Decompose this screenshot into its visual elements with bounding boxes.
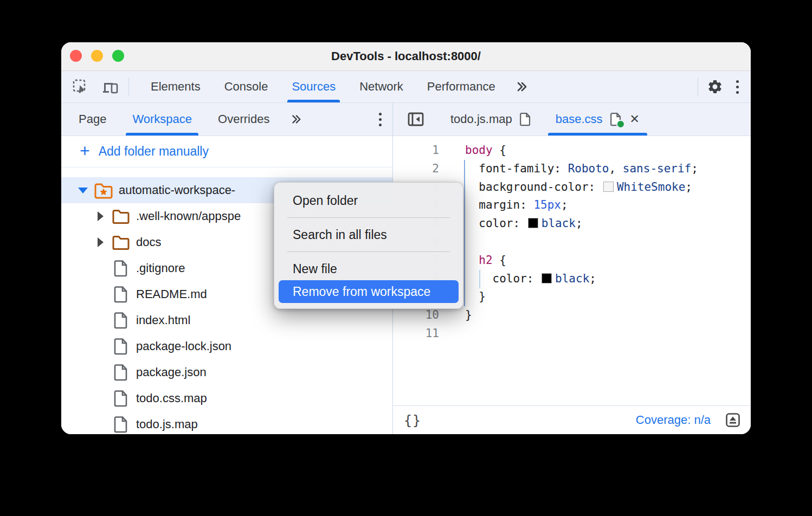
editor-tab-label: base.css [556,112,603,126]
editor-tab-label: todo.js.map [450,112,512,126]
code-token: ; [691,162,698,175]
code-token: sans-serif [623,162,691,175]
devtools-tab-console[interactable]: Console [212,71,280,102]
main-toolbar: ElementsConsoleSourcesNetworkPerformance [61,71,751,103]
context-menu: Open folderSearch in all filesNew fileRe… [274,182,463,309]
tree-item-label: index.html [136,313,190,327]
menu-item-search-in-all-files[interactable]: Search in all files [279,223,459,246]
close-tab-icon[interactable]: ✕ [630,112,640,126]
code-token: background-color: [465,180,602,194]
code-token: h2 [479,254,492,267]
code-token: 15px [533,198,561,211]
tree-item-label: todo.js.map [136,417,198,431]
toolbar-divider-right [698,78,698,96]
code-token: ; [685,180,692,194]
code-line: color: black; [465,270,751,288]
color-swatch-black [542,273,552,283]
indent-guide [479,270,480,288]
close-window-button[interactable] [70,50,82,62]
code-token: WhiteSmoke [617,180,685,194]
devtools-tab-network[interactable]: Network [347,71,415,102]
file-icon [109,285,133,304]
tree-item-label: docs [136,235,161,249]
expand-caret-right-icon[interactable] [92,237,109,247]
code-token: font-family: [465,162,568,175]
tree-item-label: todo.css.map [136,391,207,405]
code-token: ; [561,198,568,211]
desktop-background: DevTools - localhost:8000/ ElementsConso… [0,0,812,516]
code-token [465,254,479,267]
code-line: font-family: Roboto, sans-serif; [465,160,751,178]
minimize-window-button[interactable] [91,50,103,62]
tree-item-label: package.json [136,365,207,379]
coverage-link[interactable]: Coverage: n/a [636,413,711,427]
more-panels-chevron-icon[interactable] [507,71,536,102]
code-line: body { [465,141,751,160]
code-token: color: [465,272,540,285]
line-number: 11 [393,325,439,343]
tree-file-package-json[interactable]: package.json [61,359,392,385]
code-line [465,233,751,251]
code-line: background-color: WhiteSmoke; [465,178,751,197]
file-icon [109,259,133,278]
devtools-tab-performance[interactable]: Performance [415,71,507,102]
editor-tab-base-css[interactable]: base.css✕ [544,103,652,136]
tree-file-index-html[interactable]: index.html [61,307,392,333]
expand-caret-down-icon[interactable] [74,188,92,194]
pretty-print-icon[interactable]: {} [404,412,421,428]
code-token: black [542,217,576,230]
tree-file-todo-css-map[interactable]: todo.css.map [61,385,392,411]
tree-item-label: .well-known/appspe [136,209,241,223]
color-swatch-whitesmoke [603,182,614,192]
menu-item-remove-from-workspace[interactable]: Remove from workspace [279,280,459,303]
line-number: 1 [393,141,439,160]
file-icon [109,415,133,434]
tree-item-label: package-lock.json [136,339,231,353]
editor-tabbar: todo.js.mapbase.css✕ [393,103,751,136]
navigator-menu-kebab-icon[interactable] [372,103,388,136]
more-navigator-tabs-chevron-icon[interactable] [282,103,310,136]
code-token: { [493,144,506,157]
code-line: margin: 15px; [465,196,751,215]
filesystem-sync-dot [616,120,625,128]
devtools-panel-tabs: ElementsConsoleSourcesNetworkPerformance [139,71,507,102]
line-number: 2 [393,160,439,178]
navigator-tab-page[interactable]: Page [66,103,119,136]
menu-item-open-folder[interactable]: Open folder [279,189,459,212]
menu-separator [287,217,450,218]
tree-file-todo-js-map[interactable]: todo.js.map [61,411,392,434]
collapse-sidebar-icon[interactable] [401,103,431,136]
devtools-tab-elements[interactable]: Elements [139,71,212,102]
settings-gear-icon[interactable] [700,71,730,102]
devtools-tab-sources[interactable]: Sources [280,71,347,102]
menu-item-new-file[interactable]: New file [279,257,459,280]
zoom-window-button[interactable] [112,50,124,62]
expand-caret-right-icon[interactable] [92,211,109,221]
indent-guide [464,160,465,306]
code-token: color: [465,217,527,230]
file-icon [519,112,532,127]
code-line: color: black; [465,215,751,233]
code-token: } [465,308,472,321]
code-token: black [555,272,589,285]
navigator-tab-workspace[interactable]: Workspace [119,103,205,136]
folder-icon [109,208,133,224]
window-title: DevTools - localhost:8000/ [331,49,481,63]
code-line: } [465,288,751,306]
editor-tab-todo-js-map[interactable]: todo.js.map [439,103,544,136]
workspace-folder-icon [92,181,115,199]
code-token: body [465,144,493,157]
editor-footer: {} Coverage: n/a [393,405,751,434]
menu-separator [287,251,450,252]
customize-devtools-kebab-icon[interactable] [730,71,745,102]
inspect-icon[interactable] [66,71,95,102]
navigator-tab-overrides[interactable]: Overrides [205,103,282,136]
code-token: , [609,162,623,175]
file-icon [109,363,133,382]
add-folder-manually-button[interactable]: + Add folder manually [61,136,392,167]
color-swatch-black [528,218,538,228]
device-toolbar-icon[interactable] [95,71,126,102]
tree-file-package-lock-json[interactable]: package-lock.json [61,333,392,359]
code-token: Roboto [568,162,609,175]
show-drawer-eject-icon[interactable] [725,412,741,428]
